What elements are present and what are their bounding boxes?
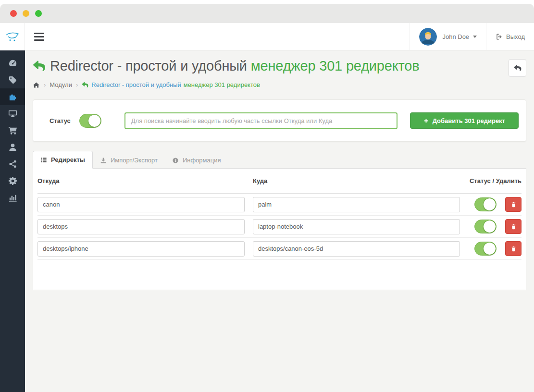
- tab-import-export-label: Импорт/Экспорт: [111, 157, 158, 164]
- bar-chart-icon: [8, 193, 17, 202]
- page-title-plain: Redirector - простой и удобный: [50, 58, 247, 74]
- main-area: John Doe Выход Redirector - простой и уд…: [25, 23, 534, 392]
- plus-icon: [423, 118, 429, 123]
- from-input[interactable]: [37, 241, 245, 257]
- table-row: [37, 194, 522, 216]
- tab-information-label: Информация: [183, 157, 221, 164]
- logout-label: Выход: [506, 33, 525, 40]
- delete-button[interactable]: [505, 219, 522, 234]
- tab-import-export[interactable]: Импорт/Экспорт: [93, 152, 165, 169]
- from-input[interactable]: [37, 197, 245, 212]
- sidebar-item-reports[interactable]: [0, 189, 25, 206]
- close-window-button[interactable]: [10, 10, 17, 17]
- status-label: Статус: [50, 117, 71, 124]
- reply-icon: [33, 60, 46, 72]
- row-status-toggle[interactable]: [474, 197, 497, 211]
- info-icon: [172, 157, 179, 164]
- row-status-toggle[interactable]: [474, 242, 497, 256]
- minimize-window-button[interactable]: [23, 10, 29, 17]
- cart-icon: [8, 126, 17, 135]
- tab-information[interactable]: Информация: [165, 152, 228, 169]
- tab-redirects-label: Редиректы: [51, 156, 85, 163]
- cart-logo-icon: [5, 31, 20, 42]
- breadcrumb-current-plain: Redirector - простой и удобный: [91, 81, 181, 88]
- user-icon: [8, 143, 17, 152]
- column-from: Откуда: [37, 177, 245, 184]
- opencart-logo[interactable]: [0, 23, 25, 50]
- redirects-panel: Откуда Куда Статус / Удалить: [33, 169, 526, 290]
- row-status-toggle[interactable]: [474, 220, 497, 233]
- sidebar-item-design[interactable]: [0, 105, 25, 122]
- table-row: [37, 238, 522, 260]
- gear-icon: [8, 176, 17, 185]
- trash-icon: [510, 201, 517, 208]
- sidebar-item-sales[interactable]: [0, 122, 25, 139]
- back-button[interactable]: [509, 59, 526, 77]
- sidebar-item-catalog[interactable]: [0, 72, 25, 88]
- toggle-knob: [483, 220, 496, 233]
- toggle-knob: [483, 198, 496, 211]
- sidebar-item-extensions[interactable]: [0, 88, 25, 105]
- menu-toggle-button[interactable]: [34, 23, 44, 50]
- user-name: John Doe: [442, 33, 469, 40]
- tab-redirects[interactable]: Редиректы: [33, 151, 93, 169]
- status-toggle[interactable]: [79, 114, 101, 128]
- controls-panel: Статус Добавить 301 редирект: [33, 99, 526, 142]
- page-title: Redirector - простой и удобный менеджер …: [33, 58, 419, 74]
- to-input[interactable]: [253, 241, 460, 257]
- sidebar-item-marketing[interactable]: [0, 156, 25, 172]
- share-nodes-icon: [8, 159, 17, 169]
- search-input[interactable]: [124, 112, 397, 129]
- user-menu[interactable]: John Doe: [410, 23, 486, 50]
- sidebar-item-customers[interactable]: [0, 139, 25, 156]
- reply-icon: [82, 82, 88, 88]
- download-icon: [100, 157, 107, 164]
- back-arrow-icon: [514, 64, 522, 72]
- page-title-accent: менеджер 301 редиректов: [251, 58, 420, 74]
- breadcrumb-current-accent: менеджер 301 редиректов: [184, 81, 260, 88]
- tab-bar: Редиректы Импорт/Экспорт Информация: [33, 150, 526, 169]
- column-status-delete: Статус / Удалить: [460, 177, 522, 184]
- table-header: Откуда Куда Статус / Удалить: [37, 169, 522, 194]
- puzzle-icon: [8, 92, 17, 101]
- sidebar-item-system[interactable]: [0, 172, 25, 189]
- breadcrumb: › Модули › Redirector - простой и удобны…: [33, 81, 526, 88]
- chevron-down-icon: [473, 36, 477, 38]
- sign-out-icon: [496, 33, 503, 40]
- sidebar-nav: [0, 50, 25, 206]
- delete-button[interactable]: [505, 241, 522, 256]
- add-redirect-button[interactable]: Добавить 301 редирект: [410, 112, 519, 129]
- home-breadcrumb-link[interactable]: [33, 82, 40, 88]
- gauge-icon: [8, 59, 17, 68]
- zoom-window-button[interactable]: [35, 10, 42, 17]
- trash-icon: [510, 223, 517, 230]
- avatar: [419, 28, 437, 46]
- from-input[interactable]: [37, 219, 245, 234]
- app-window: John Doe Выход Redirector - простой и уд…: [0, 23, 534, 392]
- trash-icon: [510, 245, 517, 252]
- monitor-icon: [8, 109, 17, 118]
- add-redirect-label: Добавить 301 редирект: [433, 117, 505, 124]
- list-icon: [40, 157, 47, 163]
- page-content: Redirector - простой и удобный менеджер …: [25, 50, 534, 392]
- toggle-knob: [88, 114, 101, 127]
- window-titlebar: [0, 4, 534, 23]
- to-input[interactable]: [253, 219, 460, 234]
- logout-button[interactable]: Выход: [486, 23, 534, 50]
- table-row: [37, 216, 522, 238]
- column-to: Куда: [253, 177, 460, 184]
- to-input[interactable]: [253, 197, 460, 212]
- home-icon: [33, 82, 40, 88]
- toggle-knob: [483, 242, 496, 255]
- tag-icon: [8, 75, 17, 85]
- sidebar: [0, 23, 25, 392]
- delete-button[interactable]: [505, 197, 522, 212]
- topbar: John Doe Выход: [25, 23, 534, 50]
- breadcrumb-modules-link[interactable]: Модули: [50, 81, 72, 88]
- breadcrumb-current-link[interactable]: Redirector - простой и удобный менеджер …: [82, 81, 260, 88]
- sidebar-item-dashboard[interactable]: [0, 55, 25, 72]
